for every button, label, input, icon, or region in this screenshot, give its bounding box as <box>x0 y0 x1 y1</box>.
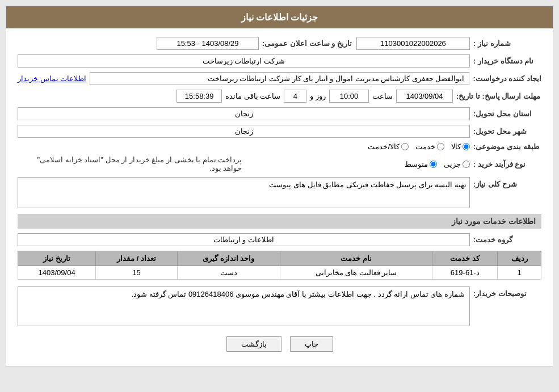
cell-row: 1 <box>498 266 541 280</box>
reply-time-value: 10:00 <box>329 90 369 103</box>
cell-unit: دست <box>177 266 280 280</box>
process-option-jozi[interactable]: جزیی <box>444 160 470 168</box>
services-section-header: اطلاعات خدمات مورد نیاز <box>18 214 541 229</box>
col-header-name: نام خدمت <box>280 251 432 266</box>
reply-remaining-label: ساعت باقی مانده <box>225 92 280 100</box>
buyer-station-value: شرکت ارتباطات زیرساخت <box>18 54 470 68</box>
reply-days-label: روز و <box>310 92 326 100</box>
category-option-khedmat[interactable]: خدمت <box>415 142 444 151</box>
process-type-row: نوع فرآیند خرید : جزیی متوسط پرداخت تمام… <box>18 155 541 172</box>
col-header-qty: تعداد / مقدار <box>96 251 177 266</box>
province-row: استان محل تحویل: زنجان <box>18 107 541 120</box>
buttons-row: چاپ بازگشت <box>18 336 541 352</box>
reply-days-value: 4 <box>284 90 306 103</box>
contact-info-link[interactable]: اطلاعات تماس خریدار <box>18 74 86 83</box>
need-number-row: شماره نیاز : 1103001022002026 تاریخ و سا… <box>18 37 541 50</box>
col-header-date: تاریخ نیاز <box>18 251 96 266</box>
need-desc-row: شرح کلی نیاز: تهیه البسه برای پرسنل حفاظ… <box>18 177 541 208</box>
category-label: طبقه بندی موضوعی: <box>473 142 541 151</box>
need-number-label: شماره نیاز : <box>473 39 541 48</box>
need-number-value: 1103001022002026 <box>356 37 470 50</box>
services-table-container: ردیف کد خدمت نام خدمت واحد اندازه گیری ت… <box>18 251 541 280</box>
announce-datetime-label: تاریخ و ساعت اعلان عمومی: <box>262 39 353 48</box>
city-row: شهر محل تحویل: زنجان <box>18 125 541 138</box>
province-value: زنجان <box>18 107 470 120</box>
main-container: جزئیات اطلاعات نیاز شماره نیاز : 1103001… <box>6 6 553 366</box>
buyer-notes-label: توصیحات خریدار: <box>473 286 541 298</box>
print-button[interactable]: چاپ <box>290 336 333 352</box>
reply-deadline-label: مهلت ارسال پاسخ: تا تاریخ: <box>456 92 541 100</box>
page-title: جزئیات اطلاعات نیاز <box>6 6 553 28</box>
category-radio-group: کالا خدمت کالا/خدمت <box>18 142 470 151</box>
reply-remaining-value: 15:58:39 <box>176 90 222 103</box>
process-desc: پرداخت تمام یا بخشی از مبلغ خریدار از مح… <box>18 155 242 172</box>
buyer-notes-textarea[interactable]: شماره های تماس ارائه گردد . جهت اطلاعات … <box>18 286 470 326</box>
category-option-kala[interactable]: کالا <box>451 142 470 151</box>
col-header-row: ردیف <box>498 251 541 266</box>
announce-datetime-value: 1403/08/29 - 15:53 <box>157 37 259 50</box>
buyer-station-label: نام دستگاه خریدار : <box>473 57 541 65</box>
category-option-both[interactable]: کالا/خدمت <box>368 142 409 151</box>
province-label: استان محل تحویل: <box>473 109 541 118</box>
reply-time-label: ساعت <box>372 92 393 100</box>
table-header-row: ردیف کد خدمت نام خدمت واحد اندازه گیری ت… <box>18 251 541 266</box>
process-type-label: نوع فرآیند خرید : <box>473 160 541 168</box>
need-desc-textarea[interactable]: تهیه البسه برای پرسنل حفاظت فیزیکی مطابق… <box>18 177 470 208</box>
buyer-notes-row: توصیحات خریدار: شماره های تماس ارائه گرد… <box>18 286 541 326</box>
back-button[interactable]: بازگشت <box>226 336 281 352</box>
reply-date-value: 1403/09/04 <box>396 90 453 103</box>
service-group-label: گروه خدمت: <box>473 235 541 244</box>
service-group-value: اطلاعات و ارتباطات <box>18 233 470 246</box>
creator-label: ایجاد کننده درخواست: <box>473 74 541 83</box>
cell-code: د-61-619 <box>432 266 498 280</box>
process-radio-group: جزیی متوسط <box>246 160 470 168</box>
content-area: شماره نیاز : 1103001022002026 تاریخ و سا… <box>6 28 553 366</box>
buyer-station-row: نام دستگاه خریدار : شرکت ارتباطات زیرساخ… <box>18 54 541 68</box>
process-option-motavaset[interactable]: متوسط <box>405 160 437 168</box>
cell-qty: 15 <box>96 266 177 280</box>
service-group-row: گروه خدمت: اطلاعات و ارتباطات <box>18 233 541 246</box>
city-value: زنجان <box>18 125 470 138</box>
table-row: 1د-61-619سایر فعالیت های مخابراتیدست1514… <box>18 266 541 280</box>
creator-value: ابوالفضل جعفری کارشناس مدیریت اموال و ان… <box>90 72 469 85</box>
category-row: طبقه بندی موضوعی: کالا خدمت کالا/خدمت <box>18 142 541 151</box>
need-desc-label: شرح کلی نیاز: <box>473 177 541 188</box>
col-header-code: کد خدمت <box>432 251 498 266</box>
creator-row: ایجاد کننده درخواست: ابوالفضل جعفری کارش… <box>18 72 541 85</box>
city-label: شهر محل تحویل: <box>473 127 541 136</box>
reply-deadline-row: مهلت ارسال پاسخ: تا تاریخ: 1403/09/04 سا… <box>18 90 541 103</box>
col-header-unit: واحد اندازه گیری <box>177 251 280 266</box>
cell-name: سایر فعالیت های مخابراتی <box>280 266 432 280</box>
cell-date: 1403/09/04 <box>18 266 96 280</box>
services-table: ردیف کد خدمت نام خدمت واحد اندازه گیری ت… <box>18 251 541 280</box>
